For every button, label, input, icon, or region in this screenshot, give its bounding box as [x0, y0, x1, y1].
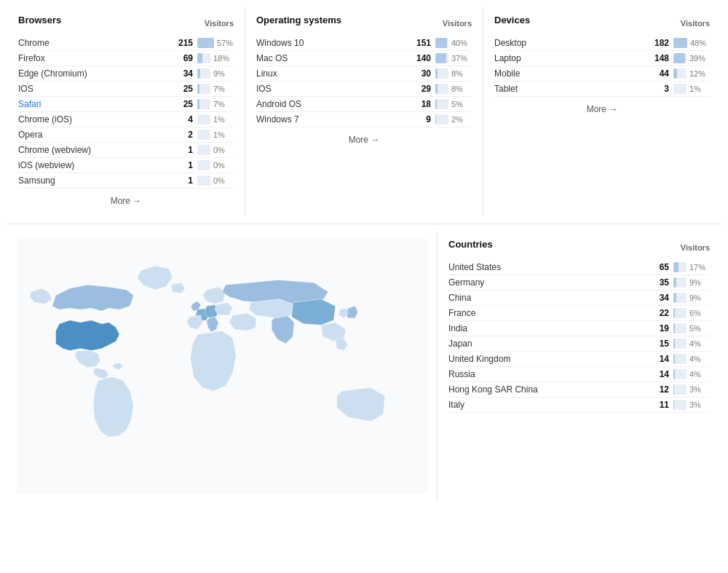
table-row: IOS 25 7% [18, 82, 234, 97]
row-count: 15 [647, 339, 669, 349]
os-header: Operating systems Visitors [256, 15, 472, 31]
row-pct: 5% [451, 100, 472, 108]
browsers-more-link[interactable]: More → [18, 189, 234, 209]
bottom-section: Countries Visitors United States 65 17% … [7, 232, 721, 501]
browsers-visitors-label: Visitors [205, 19, 234, 28]
row-pct: 1% [689, 84, 710, 93]
devices-panel: Devices Visitors Desktop 182 48% Laptop … [483, 7, 721, 216]
row-bar-fill [435, 84, 438, 94]
row-bar-bg [673, 277, 687, 288]
row-name: Windows 7 [256, 114, 409, 125]
row-pct: 4% [689, 355, 710, 363]
row-pct: 4% [689, 370, 710, 379]
row-name: Mac OS [256, 53, 409, 63]
row-count: 65 [647, 262, 669, 272]
row-name: Opera [18, 130, 171, 140]
table-row: Mac OS 140 37% [256, 51, 472, 66]
table-row: Linux 30 8% [256, 66, 472, 82]
row-bar-bg [435, 99, 448, 109]
row-count: 44 [647, 68, 669, 79]
table-row: United Kingdom 14 4% [448, 352, 710, 367]
row-count: 1 [171, 145, 193, 155]
row-bar-fill [673, 277, 676, 288]
table-row: Tablet 3 1% [494, 82, 710, 97]
row-bar-bg [197, 130, 210, 140]
row-count: 1 [171, 160, 193, 170]
row-bar-bg [673, 354, 687, 364]
row-bar-bg [197, 99, 210, 109]
row-bar-bg [197, 38, 214, 48]
table-row: India 19 5% [448, 321, 710, 336]
row-bar-container: 4% [673, 354, 710, 364]
row-pct: 39% [689, 54, 710, 63]
row-bar-bg [435, 114, 448, 125]
row-name: Japan [448, 339, 647, 349]
row-count: 29 [409, 84, 431, 94]
row-count: 3 [647, 84, 669, 94]
row-bar-bg [673, 323, 687, 333]
row-count: 182 [647, 38, 669, 48]
table-row: Laptop 148 39% [494, 51, 710, 66]
row-bar-fill [435, 38, 447, 48]
row-count: 14 [647, 369, 669, 379]
row-pct: 0% [213, 176, 234, 185]
row-bar-bg [673, 38, 687, 48]
row-bar-bg [197, 68, 210, 79]
row-bar-container: 5% [435, 99, 472, 109]
row-pct: 3% [689, 385, 710, 394]
row-bar-bg [197, 53, 210, 63]
browsers-title: Browsers [18, 15, 61, 25]
row-bar-fill [435, 68, 438, 79]
row-name[interactable]: Safari [18, 99, 171, 109]
row-name: IOS [18, 84, 171, 94]
countries-rows: United States 65 17% Germany 35 9% China… [448, 260, 710, 413]
row-bar-bg [673, 84, 687, 94]
row-pct: 0% [213, 161, 234, 170]
countries-visitors-label: Visitors [681, 243, 710, 252]
row-bar-container: 7% [197, 99, 234, 109]
row-name: Desktop [494, 38, 647, 48]
os-more-link[interactable]: More → [256, 127, 472, 148]
row-name: United Kingdom [448, 354, 647, 364]
row-pct: 9% [213, 69, 234, 78]
table-row: Samsung 1 0% [18, 173, 234, 189]
row-bar-fill [435, 114, 436, 125]
os-title: Operating systems [256, 15, 341, 25]
row-bar-fill [673, 400, 674, 410]
row-bar-container: 17% [673, 262, 710, 272]
row-bar-container: 0% [197, 175, 234, 186]
map-container [7, 232, 437, 501]
row-bar-container: 6% [673, 308, 710, 318]
row-bar-bg [197, 114, 210, 125]
table-row: IOS 29 8% [256, 82, 472, 97]
row-bar-fill [197, 68, 200, 79]
table-row: Chrome (iOS) 4 1% [18, 112, 234, 127]
row-bar-bg [435, 53, 448, 63]
countries-header: Countries Visitors [448, 239, 710, 256]
row-pct: 40% [451, 39, 472, 47]
devices-more-link[interactable]: More → [494, 97, 710, 117]
table-row: Windows 10 151 40% [256, 36, 472, 51]
row-bar-fill [197, 84, 199, 94]
row-count: 11 [647, 400, 669, 410]
row-count: 148 [647, 53, 669, 63]
row-bar-fill [673, 384, 674, 395]
row-name: Chrome [18, 38, 171, 48]
top-section: Browsers Visitors Chrome 215 57% Firefox… [7, 7, 721, 224]
table-row: Firefox 69 18% [18, 51, 234, 66]
table-row: Desktop 182 48% [494, 36, 710, 51]
table-row: Russia 14 4% [448, 367, 710, 382]
row-count: 2 [171, 130, 193, 140]
row-count: 69 [171, 53, 193, 63]
row-bar-container: 1% [197, 114, 234, 125]
row-bar-fill [673, 293, 676, 303]
row-bar-bg [673, 308, 687, 318]
table-row: Android OS 18 5% [256, 97, 472, 112]
row-name: IOS [256, 84, 409, 94]
row-name: Hong Kong SAR China [448, 384, 647, 395]
row-pct: 1% [213, 115, 234, 124]
browsers-header: Browsers Visitors [18, 15, 234, 31]
row-bar-container: 37% [435, 53, 472, 63]
row-pct: 12% [689, 69, 710, 78]
row-name: Android OS [256, 99, 409, 109]
